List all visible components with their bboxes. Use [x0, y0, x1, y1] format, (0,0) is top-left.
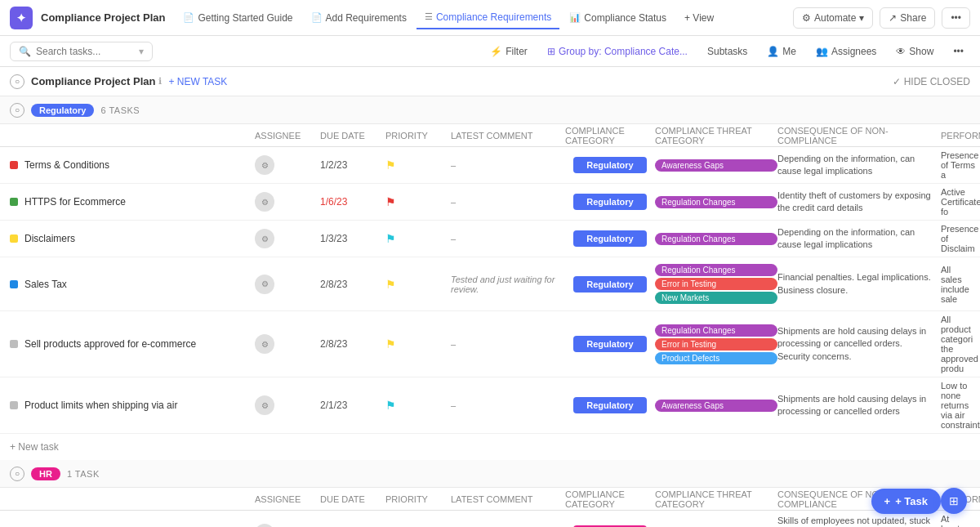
new-task-link-regulatory[interactable]: + New task [10, 441, 59, 453]
more-options-button[interactable]: ••• [942, 7, 970, 29]
col-header-perform: PERFORM [941, 131, 980, 141]
threat-tag: Regulation Changes [655, 196, 777, 208]
tab-label-add-requirements: Add Requirements [326, 12, 407, 24]
threat-cell: Regulation ChangesError in TestingNew Ma… [655, 261, 777, 307]
task-status-dot [10, 234, 18, 243]
collapse-button[interactable]: ○ [10, 74, 24, 89]
priority-cell: ⚑ [385, 195, 451, 208]
search-box[interactable]: 🔍 ▾ [10, 42, 153, 61]
comp-cat-cell: Regulatory [565, 194, 655, 210]
task-row[interactable]: Sell products approved for e-commerce ⚙ … [0, 311, 980, 377]
priority-flag: ⚑ [385, 195, 396, 208]
priority-cell: ⚑ [385, 232, 451, 245]
assignee-cell: ⚙ [255, 524, 320, 527]
priority-cell: ⚑ [385, 159, 451, 172]
task-row[interactable]: Employee training ⚙ 5/31/23 ⚑ – HR Aware… [0, 511, 980, 527]
col-header-priority: PRIORITY [385, 131, 451, 141]
date-cell: 2/8/23 [320, 279, 385, 290]
filter-button[interactable]: ⚡ Filter [483, 42, 534, 60]
avatar: ⚙ [255, 334, 274, 354]
consequence-cell: Depending on the information, can cause … [777, 153, 941, 178]
threat-tag: Regulation Changes [655, 324, 777, 337]
task-row[interactable]: Sales Tax ⚙ 2/8/23 ⚑ Tested and just wai… [0, 257, 980, 311]
priority-flag: ⚑ [385, 399, 396, 412]
threat-tag: Awareness Gaps [655, 159, 777, 172]
group-header-hr: ○ HR 1 TASK [0, 460, 980, 488]
avatar: ⚙ [255, 155, 274, 175]
threat-tag: Regulation Changes [655, 264, 777, 276]
subtasks-button[interactable]: Subtasks [701, 42, 754, 60]
toolbar-right: ⚡ Filter ⊞ Group by: Compliance Cate... … [483, 42, 970, 60]
nav-right: ⚙ Automate ▾ ↗ Share ••• [793, 7, 970, 29]
task-name-label: Terms & Conditions [24, 159, 109, 171]
more-toolbar-button[interactable]: ••• [947, 42, 970, 60]
task-settings-fab[interactable]: ⊞ [941, 488, 967, 514]
show-button[interactable]: 👁 Show [889, 42, 940, 60]
new-task-link[interactable]: + NEW TASK [168, 76, 227, 87]
assignees-button[interactable]: 👥 Assignees [809, 42, 883, 60]
me-icon: 👤 [767, 46, 779, 57]
task-name-label: Sales Tax [24, 279, 67, 290]
new-task-row-regulatory[interactable]: + New task [0, 434, 980, 460]
col-header-date: DUE DATE [320, 131, 385, 141]
threat-tag: Awareness Gaps [655, 400, 777, 412]
info-icon: ℹ [158, 76, 162, 87]
task-row[interactable]: Terms & Conditions ⚙ 1/2/23 ⚑ – Regulato… [0, 147, 980, 184]
task-row[interactable]: Disclaimers ⚙ 1/3/23 ⚑ – Regulatory Regu… [0, 221, 980, 257]
consequence-cell: Identity theft of customers by exposing … [777, 190, 941, 215]
comp-cat-badge: Regulatory [573, 230, 647, 247]
tab-label-compliance-requirements: Compliance Requirements [436, 11, 551, 23]
task-status-dot [10, 198, 18, 206]
priority-flag: ⚑ [385, 159, 396, 172]
perform-cell: Presence of Terms a [941, 150, 978, 180]
threat-cell: Awareness Gaps [655, 525, 777, 528]
me-button[interactable]: 👤 Me [760, 42, 803, 60]
group-tag-regulatory: Regulatory [31, 104, 94, 117]
search-icon: 🔍 [19, 46, 31, 57]
comp-cat-cell: Regulatory [565, 276, 655, 293]
perform-cell: Low to none returns via air constraint [941, 381, 980, 430]
date-cell: 2/8/23 [320, 338, 385, 350]
nav-tab-compliance-requirements[interactable]: ☰Compliance Requirements [416, 7, 559, 29]
comp-cat-cell: Regulatory [565, 336, 655, 352]
priority-flag: ⚑ [385, 278, 396, 291]
hide-closed-button[interactable]: ✓ HIDE CLOSED [893, 76, 970, 87]
automate-button[interactable]: ⚙ Automate ▾ [793, 7, 873, 29]
task-status-dot [10, 280, 18, 288]
search-input[interactable] [36, 46, 134, 57]
nav-tab-getting-started[interactable]: 📄Getting Started Guide [175, 7, 301, 29]
automate-icon: ⚙ [802, 12, 811, 24]
nav-tab-view[interactable]: + View [676, 7, 722, 29]
consequence-cell: Depending on the information, can cause … [777, 226, 941, 252]
nav-tab-compliance-status[interactable]: 📊Compliance Status [561, 7, 675, 29]
comp-cat-badge: Regulatory [573, 276, 647, 293]
task-row[interactable]: HTTPS for Ecommerce ⚙ 1/6/23 ⚑ – Regulat… [0, 184, 980, 221]
threat-cell: Awareness Gaps [655, 396, 777, 415]
nav-tab-add-requirements[interactable]: 📄Add Requirements [303, 7, 415, 29]
task-status-dot [10, 340, 18, 348]
task-row[interactable]: Product limits when shipping via air ⚙ 2… [0, 377, 980, 434]
priority-cell: ⚑ [385, 337, 451, 351]
col-header-consequence: CONSEQUENCE OF NON-COMPLIANCE [777, 126, 941, 145]
date-cell: 1/2/23 [320, 159, 385, 171]
add-task-fab[interactable]: + + Task [871, 489, 941, 514]
assignee-cell: ⚙ [255, 229, 320, 248]
share-button[interactable]: ↗ Share [880, 7, 935, 29]
threat-cell: Awareness Gaps [655, 156, 777, 175]
priority-cell: ⚑ [385, 399, 451, 412]
task-count-hr: 1 TASK [67, 469, 100, 479]
group-collapse-hr[interactable]: ○ [10, 467, 24, 481]
priority-flag: ⚑ [385, 232, 396, 245]
threat-cell: Regulation ChangesError in TestingProduc… [655, 321, 777, 368]
filter-icon: ⚡ [490, 46, 502, 57]
group-collapse-regulatory[interactable]: ○ [10, 103, 24, 118]
group-by-button[interactable]: ⊞ Group by: Compliance Cate... [541, 42, 694, 60]
tab-label-getting-started: Getting Started Guide [198, 12, 292, 24]
group-icon: ⊞ [547, 46, 555, 57]
task-name-label: HTTPS for Ecommerce [24, 196, 126, 208]
comment-cell: – [451, 339, 565, 349]
col-header-threat: COMPLIANCE THREAT CATEGORY [655, 489, 777, 509]
comp-cat-cell: Regulatory [565, 397, 655, 413]
consequence-cell: Shipments are hold causing delays in pro… [777, 393, 941, 418]
tab-icon-compliance-status: 📊 [569, 12, 581, 23]
